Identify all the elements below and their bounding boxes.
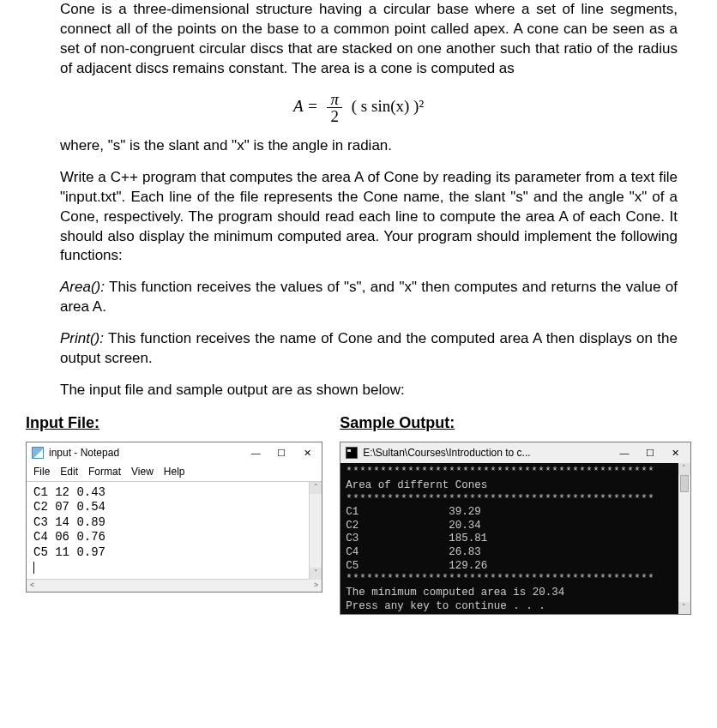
cone-name: C4 [346, 546, 449, 560]
page: Cone is a three-dimensional structure ha… [0, 0, 717, 728]
cone-area: 185.81 [449, 532, 487, 546]
minimize-button[interactable]: — [612, 443, 637, 462]
fn-area-body: This function receives the values of "s"… [60, 279, 678, 315]
cone-area: 20.34 [449, 520, 481, 533]
minimize-button[interactable]: — [243, 443, 268, 462]
text-cursor [33, 562, 34, 574]
columns: Input File: input - Notepad — ☐ ✕ File E… [17, 412, 700, 615]
paragraph-intro: Cone is a three-dimensional structure ha… [60, 0, 678, 79]
notepad-hscroll[interactable]: < > [27, 579, 322, 592]
console-row: C139.29 [346, 506, 685, 520]
console-row: C5129.26 [346, 560, 685, 574]
notepad-window: input - Notepad — ☐ ✕ File Edit Format V… [26, 442, 322, 592]
paragraph-fn-print: Print(): This function receives the name… [60, 329, 678, 369]
fn-print-name: Print(): [60, 330, 104, 346]
scroll-right-icon[interactable]: > [314, 580, 318, 590]
console-body[interactable]: ****************************************… [340, 463, 690, 614]
input-column: Input File: input - Notepad — ☐ ✕ File E… [17, 412, 331, 592]
cone-area: 39.29 [449, 506, 481, 520]
console-titlebar[interactable]: E:\Sultan\Courses\Introduction to c... —… [340, 442, 690, 463]
menu-help[interactable]: Help [164, 465, 185, 478]
input-line: C2 07 0.54 [33, 500, 105, 514]
console-icon [346, 447, 358, 459]
notepad-vscroll[interactable]: ˄ ˅ [309, 482, 322, 580]
input-line: C5 11 0.97 [33, 545, 105, 559]
console-header: Area of differnt Cones [346, 479, 685, 493]
close-button[interactable]: ✕ [663, 443, 689, 462]
fn-area-name: Area(): [60, 279, 105, 295]
paragraph-shown-below: The input file and sample output are as … [60, 381, 678, 400]
input-line: C4 06 0.76 [33, 530, 105, 544]
console-row: C426.83 [346, 546, 685, 560]
formula-lhs: A = [293, 97, 318, 115]
console-press-line: Press any key to continue . . . [346, 600, 685, 614]
formula: A = π 2 ( s sin(x) )² [17, 91, 700, 124]
console-row: C3185.81 [346, 532, 685, 546]
cone-name: C1 [346, 506, 449, 520]
output-heading: Sample Output: [340, 412, 691, 433]
cone-area: 26.83 [449, 546, 481, 560]
scroll-thumb[interactable] [680, 475, 689, 492]
paragraph-fn-area: Area(): This function receives the value… [60, 278, 678, 317]
scroll-up-icon[interactable]: ˄ [310, 482, 322, 494]
cone-name: C2 [346, 520, 449, 533]
menu-file[interactable]: File [33, 465, 50, 478]
scroll-left-icon[interactable]: < [30, 580, 34, 590]
notepad-text[interactable]: C1 12 0.43 C2 07 0.54 C3 14 0.89 C4 06 0… [27, 482, 322, 579]
notepad-title: input - Notepad [49, 446, 243, 460]
input-heading: Input File: [26, 412, 322, 433]
console-min-line: The minimum computed area is 20.34 [346, 587, 685, 600]
menu-format[interactable]: Format [88, 465, 121, 478]
minimize-icon: — [619, 448, 629, 458]
minimize-icon: — [251, 448, 261, 458]
notepad-menubar: File Edit Format View Help [27, 463, 322, 480]
paragraph-where: where, "s" is the slant and "x" is the a… [60, 136, 678, 156]
formula-den: 2 [327, 108, 342, 124]
console-window: E:\Sultan\Courses\Introduction to c... —… [340, 442, 691, 615]
formula-fraction: π 2 [327, 91, 342, 124]
menu-edit[interactable]: Edit [60, 465, 78, 478]
close-icon: ✕ [304, 448, 311, 458]
console-stars: ****************************************… [346, 573, 685, 587]
console-vscroll[interactable]: ˄ ˅ [678, 463, 690, 614]
scroll-down-icon[interactable]: ˅ [678, 602, 690, 614]
maximize-button[interactable]: ☐ [268, 443, 294, 462]
fn-print-body: This function receives the name of Cone … [60, 330, 678, 366]
output-column: Sample Output: E:\Sultan\Courses\Introdu… [331, 412, 700, 615]
maximize-icon: ☐ [646, 448, 654, 458]
scroll-up-icon[interactable]: ˄ [678, 463, 690, 475]
console-stars: ****************************************… [346, 466, 685, 479]
input-line: C3 14 0.89 [33, 515, 105, 529]
formula-rhs: ( s sin(x) )² [352, 97, 424, 115]
scroll-down-icon[interactable]: ˅ [310, 568, 322, 580]
paragraph-task: Write a C++ program that computes the ar… [60, 168, 678, 267]
cone-name: C5 [346, 560, 449, 574]
console-row: C220.34 [346, 520, 685, 533]
maximize-button[interactable]: ☐ [637, 443, 663, 462]
console-title: E:\Sultan\Courses\Introduction to c... [363, 446, 612, 460]
maximize-icon: ☐ [277, 448, 286, 458]
notepad-titlebar[interactable]: input - Notepad — ☐ ✕ [27, 442, 322, 463]
close-button[interactable]: ✕ [294, 443, 320, 462]
console-stars: ****************************************… [346, 493, 685, 507]
formula-num: π [327, 91, 342, 108]
notepad-body: C1 12 0.43 C2 07 0.54 C3 14 0.89 C4 06 0… [27, 481, 322, 592]
cone-area: 129.26 [449, 560, 487, 574]
close-icon: ✕ [672, 448, 679, 458]
menu-view[interactable]: View [131, 465, 154, 478]
cone-name: C3 [346, 532, 449, 546]
notepad-icon [32, 447, 44, 459]
input-line: C1 12 0.43 [33, 485, 105, 499]
